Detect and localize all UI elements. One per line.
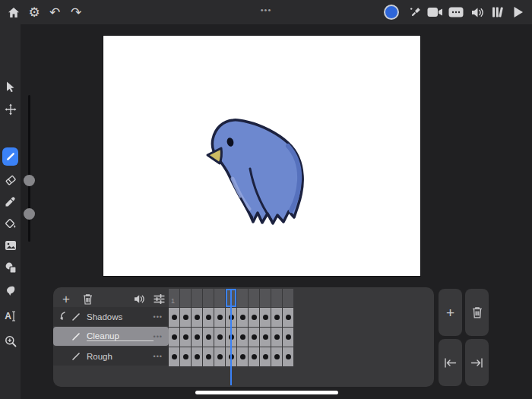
frame-cell[interactable] bbox=[271, 347, 282, 366]
frame-cell[interactable] bbox=[271, 308, 282, 327]
layer-name-editable[interactable]: Cleanup bbox=[87, 331, 154, 341]
eraser-tool[interactable] bbox=[2, 170, 18, 188]
frame-cell[interactable] bbox=[180, 347, 191, 366]
camera-button[interactable] bbox=[426, 3, 444, 21]
keyframe-dot bbox=[240, 354, 245, 359]
gear-icon: ⚙ bbox=[28, 6, 40, 19]
go-to-end-button[interactable] bbox=[465, 339, 489, 386]
audio-button[interactable] bbox=[469, 3, 487, 21]
frame-cell[interactable] bbox=[271, 328, 282, 347]
ruler-cell[interactable] bbox=[260, 289, 271, 307]
ruler-cell[interactable] bbox=[214, 289, 225, 307]
ruler-cell[interactable] bbox=[203, 289, 214, 307]
library-button[interactable] bbox=[489, 3, 507, 21]
color-swatch[interactable] bbox=[384, 5, 399, 20]
layer-row-shadows[interactable]: Shadows ••• bbox=[53, 307, 169, 326]
settings-button[interactable]: ⚙ bbox=[25, 3, 43, 21]
layer-audio-button[interactable] bbox=[131, 290, 148, 307]
frame-cell[interactable] bbox=[237, 308, 248, 327]
ruler-cell[interactable] bbox=[180, 289, 191, 307]
layer-name: Shadows bbox=[87, 312, 122, 321]
brush-opacity-handle[interactable] bbox=[24, 208, 35, 220]
text-tool[interactable]: A bbox=[2, 307, 18, 325]
ellipsis-icon: ••• bbox=[261, 5, 272, 14]
layer-row-cleanup[interactable]: Cleanup ••• bbox=[53, 327, 169, 346]
frame-cell[interactable] bbox=[169, 328, 179, 347]
frame-cell[interactable] bbox=[180, 308, 191, 327]
frame-cell[interactable] bbox=[283, 308, 293, 327]
frame-cell[interactable] bbox=[203, 308, 214, 327]
window-options-menu[interactable]: ••• bbox=[255, 2, 277, 18]
layer-menu-button[interactable]: ••• bbox=[154, 333, 163, 340]
skip-to-end-icon bbox=[470, 358, 483, 368]
ruler-cell[interactable] bbox=[192, 289, 202, 307]
frame-cell[interactable] bbox=[180, 328, 191, 347]
top-toolbar: ⚙ ↶ ↷ ••• bbox=[0, 0, 532, 24]
frame-cell[interactable] bbox=[192, 347, 202, 366]
playhead-line[interactable] bbox=[230, 289, 232, 385]
keyframe-dot bbox=[195, 315, 200, 320]
frame-cell[interactable] bbox=[260, 347, 271, 366]
frame-cell[interactable] bbox=[237, 347, 248, 366]
ruler-cell[interactable] bbox=[249, 289, 259, 307]
layer-menu-button[interactable]: ••• bbox=[154, 313, 163, 321]
eyedropper-tool[interactable] bbox=[2, 192, 18, 211]
layer-row-rough[interactable]: Rough ••• bbox=[53, 347, 169, 366]
frame-cell[interactable] bbox=[203, 328, 214, 347]
undo-button[interactable]: ↶ bbox=[46, 3, 64, 21]
frame-cell[interactable] bbox=[169, 308, 179, 327]
frame-cell[interactable] bbox=[192, 308, 202, 327]
ruler-cell[interactable] bbox=[271, 289, 282, 307]
play-button[interactable] bbox=[509, 3, 527, 21]
frame-cell[interactable] bbox=[260, 308, 271, 327]
frame-cell[interactable] bbox=[169, 347, 179, 366]
library-bars-icon bbox=[492, 6, 505, 18]
go-to-start-button[interactable] bbox=[439, 339, 462, 386]
frame-cell[interactable] bbox=[249, 347, 259, 366]
zoom-tool[interactable] bbox=[2, 332, 18, 350]
brush-size-handle[interactable] bbox=[24, 175, 35, 186]
home-button[interactable] bbox=[5, 3, 23, 21]
keyframe-dot bbox=[172, 334, 177, 340]
frame-cell[interactable] bbox=[249, 308, 259, 327]
ruler-cell[interactable] bbox=[283, 289, 293, 307]
layer-menu-button[interactable]: ••• bbox=[154, 353, 163, 360]
frame-cell[interactable] bbox=[249, 328, 259, 347]
keyframe-dot bbox=[183, 354, 188, 359]
frame-cell[interactable] bbox=[214, 328, 225, 347]
brush-slider-track[interactable] bbox=[28, 95, 30, 242]
brush-tool[interactable] bbox=[2, 147, 18, 166]
paint-bucket-icon bbox=[5, 217, 17, 230]
home-icon bbox=[8, 7, 20, 18]
frame-cell[interactable] bbox=[283, 347, 293, 366]
frame-cell[interactable] bbox=[260, 328, 271, 347]
timeline-settings-button[interactable] bbox=[150, 290, 167, 307]
ruler-cell[interactable]: 1 bbox=[169, 289, 179, 307]
captions-button[interactable] bbox=[447, 3, 465, 21]
keyframe-dot bbox=[263, 315, 268, 320]
redo-button[interactable]: ↷ bbox=[67, 3, 85, 21]
frame-cell[interactable] bbox=[214, 347, 225, 366]
frame-cell[interactable] bbox=[283, 328, 293, 347]
ruler-cell[interactable] bbox=[237, 289, 248, 307]
home-indicator[interactable] bbox=[195, 391, 338, 394]
frame-cell[interactable] bbox=[203, 347, 214, 366]
delete-layer-button[interactable] bbox=[79, 290, 96, 307]
keyframe-dot bbox=[217, 354, 223, 359]
move-tool[interactable] bbox=[2, 100, 18, 119]
select-tool[interactable] bbox=[2, 78, 18, 96]
delete-frame-button[interactable] bbox=[465, 289, 489, 336]
shapes-tool[interactable] bbox=[2, 258, 18, 277]
brush-settings-button[interactable] bbox=[406, 3, 424, 21]
frame-cell[interactable] bbox=[214, 308, 225, 327]
add-layer-button[interactable]: + bbox=[58, 290, 74, 307]
fill-tool[interactable] bbox=[2, 214, 18, 233]
eyedropper-icon bbox=[5, 196, 16, 207]
image-tool[interactable] bbox=[2, 236, 18, 255]
drawing-canvas[interactable] bbox=[103, 36, 420, 276]
add-frame-button[interactable]: + bbox=[439, 289, 462, 336]
lasso-tool[interactable] bbox=[2, 281, 18, 299]
frame-cell[interactable] bbox=[237, 328, 248, 347]
video-camera-icon bbox=[427, 7, 443, 17]
frame-cell[interactable] bbox=[192, 328, 202, 347]
